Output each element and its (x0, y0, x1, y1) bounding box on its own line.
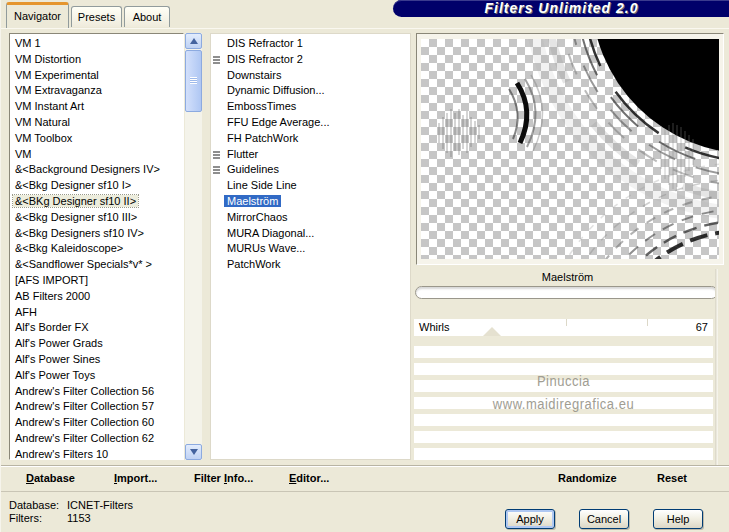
category-item[interactable]: AB Filters 2000 (13, 289, 183, 305)
selected-filter-title: Maelström (416, 271, 719, 283)
filter-item[interactable]: Dynamic Diffusion... (211, 83, 410, 99)
category-item[interactable]: AFH (13, 305, 183, 321)
panel-ridge (715, 269, 718, 467)
category-item[interactable]: &<Sandflower Specials*v* > (13, 257, 183, 273)
category-item[interactable]: VM Instant Art (13, 99, 183, 115)
category-item[interactable]: &<Bkg Designer sf10 I> (13, 178, 183, 194)
filter-item[interactable]: MirrorChaos (211, 210, 410, 226)
status-database: Database: ICNET-Filters (9, 499, 133, 511)
arrow-down-icon (190, 449, 198, 455)
category-item[interactable]: Alf's Power Sines (13, 352, 183, 368)
filter-item-selected[interactable]: Maelström (211, 194, 410, 210)
filter-item[interactable]: Downstairs (211, 68, 410, 84)
watermark-name: Pinuccia (414, 372, 713, 389)
slider-thumb[interactable] (483, 327, 501, 336)
category-item-selected[interactable]: &<BKg Designer sf10 II> (13, 194, 183, 210)
category-item[interactable]: Andrew's Filters 10 (13, 447, 183, 460)
status-database-value: ICNET-Filters (67, 499, 133, 511)
status-filters: Filters: 1153 (9, 512, 91, 524)
filter-item[interactable]: DIS Refractor 2 (211, 52, 410, 68)
brand-title: Filters Unlimited 2.0 (393, 0, 729, 17)
tab-navigator[interactable]: Navigator (6, 2, 69, 28)
filter-item[interactable]: MURUs Wave... (211, 241, 410, 257)
import-button[interactable]: Import... (114, 472, 157, 484)
preview-frame (416, 33, 724, 265)
param-value: 67 (696, 321, 708, 333)
filter-item[interactable]: FFU Edge Average... (211, 115, 410, 131)
category-item[interactable]: Andrew's Filter Collection 57 (13, 399, 183, 415)
category-list[interactable]: VM 1 VM Distortion VM Experimental VM Ex… (9, 33, 184, 460)
status-filters-value: 1153 (67, 512, 91, 524)
filter-item[interactable]: DIS Refractor 1 (211, 36, 410, 52)
category-item[interactable]: &<Bkg Kaleidoscope> (13, 241, 183, 257)
category-item[interactable]: Alf's Power Grads (13, 336, 183, 352)
category-item[interactable]: Andrew's Filter Collection 62 (13, 431, 183, 447)
preview-image[interactable] (421, 39, 719, 259)
filter-item[interactable]: Line Side Line (211, 178, 410, 194)
category-item[interactable]: VM (13, 147, 183, 163)
filter-item[interactable]: Guidelines (211, 162, 410, 178)
category-item[interactable]: Andrew's Filter Collection 60 (13, 415, 183, 431)
empty-param-slot (414, 346, 713, 358)
category-item[interactable]: &<Background Designers IV> (13, 162, 183, 178)
tab-presets[interactable]: Presets (71, 6, 122, 27)
bottom-toolbar: Database Import... Filter Info... Editor… (1, 466, 729, 492)
filter-item[interactable]: Flutter (211, 147, 410, 163)
apply-button[interactable]: Apply (505, 509, 555, 529)
empty-param-slot (414, 431, 713, 443)
brand-banner: Filters Unlimited 2.0 (393, 0, 729, 17)
category-item[interactable]: VM Natural (13, 115, 183, 131)
category-item[interactable]: &<Bkg Designers sf10 IV> (13, 226, 183, 242)
arrow-up-icon (190, 38, 198, 44)
category-item[interactable]: Andrew's Filter Collection 56 (13, 384, 183, 400)
help-button[interactable]: Help (653, 509, 703, 529)
category-item[interactable]: &<Bkg Designer sf10 III> (13, 210, 183, 226)
filter-item[interactable]: EmbossTimes (211, 99, 410, 115)
filter-info-button[interactable]: Filter Info... (194, 472, 253, 484)
slider-tick (647, 319, 648, 326)
category-item[interactable]: VM Extravaganza (13, 83, 183, 99)
scroll-down-button[interactable] (185, 444, 202, 460)
empty-param-slot (414, 448, 713, 460)
randomize-button[interactable]: Randomize (558, 472, 617, 484)
empty-param-slot (414, 414, 713, 426)
category-item[interactable]: VM Toolbox (13, 131, 183, 147)
category-item[interactable]: Alf's Power Toys (13, 368, 183, 384)
filter-list[interactable]: DIS Refractor 1 DIS Refractor 2 Downstai… (210, 33, 411, 460)
maelstrom-swirl-art (421, 39, 719, 259)
cancel-button[interactable]: Cancel (579, 509, 629, 529)
filter-item[interactable]: FH PatchWork (211, 131, 410, 147)
database-button[interactable]: Database (26, 472, 75, 484)
category-item[interactable]: VM 1 (13, 36, 183, 52)
param-slider-whirls[interactable]: Whirls 67 (414, 319, 713, 336)
category-item[interactable]: VM Distortion (13, 52, 183, 68)
page-top-edge (1, 28, 729, 29)
category-item[interactable]: Alf's Border FX (13, 320, 183, 336)
flag-icon (213, 151, 220, 160)
flag-icon (213, 166, 220, 175)
category-item[interactable]: VM Experimental (13, 68, 183, 84)
status-database-label: Database: (9, 499, 64, 511)
category-scrollbar[interactable] (185, 33, 202, 460)
scrollbar-thumb[interactable] (185, 50, 202, 112)
reset-button[interactable]: Reset (657, 472, 687, 484)
scroll-up-button[interactable] (185, 33, 202, 49)
slider-tick (566, 319, 567, 326)
filter-item[interactable]: PatchWork (211, 257, 410, 273)
tab-strip: Navigator Presets About Filters Unlimite… (1, 0, 729, 28)
watermark-url: www.maidiregrafica.eu (414, 395, 713, 412)
filters-unlimited-dialog: Navigator Presets About Filters Unlimite… (0, 0, 729, 532)
category-item[interactable]: [AFS IMPORT] (13, 273, 183, 289)
render-progress-bar (415, 286, 718, 299)
tab-about[interactable]: About (124, 6, 170, 27)
filter-item[interactable]: MURA Diagonal... (211, 226, 410, 242)
flag-icon (213, 56, 220, 65)
param-name: Whirls (419, 321, 450, 333)
editor-button[interactable]: Editor... (289, 472, 329, 484)
status-filters-label: Filters: (9, 512, 64, 524)
